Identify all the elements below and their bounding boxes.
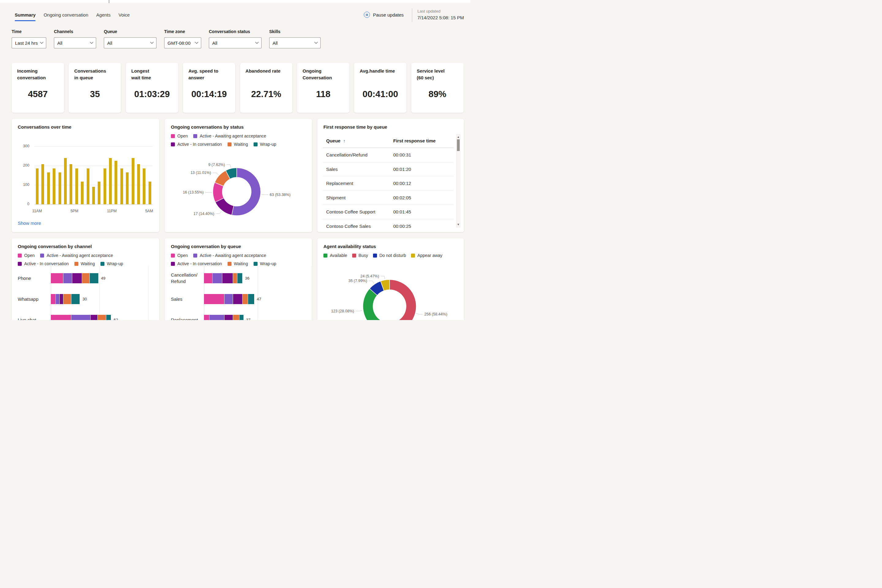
response-time-cell: 00:00:25 [393,224,411,229]
bar[interactable] [47,172,50,204]
bar-segment[interactable] [222,273,233,283]
bar-segment[interactable] [63,273,72,283]
bar-segment[interactable] [237,273,243,283]
bar-segment[interactable] [204,273,212,283]
bar-segment[interactable] [51,294,56,304]
kpi-value: 00:41:00 [354,89,406,99]
bar-segment[interactable] [98,315,106,320]
bar-segment[interactable] [204,315,209,320]
filter-value: All [57,40,63,46]
bar-segment[interactable] [60,294,63,304]
scroll-down-icon[interactable]: ▼︎ [457,222,460,226]
bar-segment[interactable] [72,273,82,283]
bar-segment[interactable] [91,315,97,320]
stacked-bar [204,294,255,304]
tab-summary[interactable]: Summary [15,12,36,21]
scroll-up-icon[interactable]: ▲︎ [457,135,460,139]
bar[interactable] [120,168,123,204]
chart-title: Agent availability status [323,243,376,250]
scrollbar-thumb[interactable] [457,140,460,151]
filter-dropdown[interactable]: All [104,38,156,48]
bar-segment[interactable] [56,294,59,304]
bar-segment[interactable] [233,294,243,304]
table-row[interactable]: Contoso Coffee Support00:01:45 [323,205,453,219]
column-header-first-response-time[interactable]: First response time [393,138,435,143]
bar[interactable] [75,168,78,204]
bar[interactable] [143,168,146,204]
tab-ongoing-conversation[interactable]: Ongoing conversation [44,12,88,21]
bar[interactable] [114,161,117,204]
bar-segment[interactable] [51,315,71,320]
bar[interactable] [41,164,44,204]
bar[interactable] [148,182,151,204]
bar[interactable] [126,172,129,204]
label-leader-line [416,314,423,315]
filter-dropdown[interactable]: All [209,38,261,48]
bar-segment[interactable] [204,294,224,304]
bar-segment[interactable] [243,294,248,304]
bar[interactable] [137,164,140,204]
bar-segment[interactable] [71,315,91,320]
omnichannel-dashboard: SummaryOngoing conversationAgentsVoice P… [0,0,470,320]
bar[interactable] [81,182,84,204]
filter-dropdown[interactable]: Last 24 hrs [12,38,46,48]
table-row[interactable]: Cancellation/Refund00:00:31 [323,148,453,162]
card-ongoing-by-status: Ongoing conversations by status OpenActi… [165,119,312,232]
legend-label: Active - Awaiting agent acceptance [46,253,113,258]
bar[interactable] [64,158,67,204]
bar-segment[interactable] [233,315,239,320]
stacked-bar [204,315,244,320]
category-label: Phone [18,275,51,282]
bar[interactable] [98,182,100,204]
response-time-cell: 00:02:05 [393,195,411,200]
bar[interactable] [132,158,135,204]
pause-updates-button[interactable]: Pause updates [364,12,404,18]
bar[interactable] [109,158,112,204]
bar[interactable] [104,168,106,204]
agent-donut-chart: 256 (58.44%)123 (28.08%)35 (7.99%)24 (5.… [317,265,464,320]
bar[interactable] [69,164,72,204]
show-more-link[interactable]: Show more [18,220,41,226]
bar-segment[interactable] [51,273,63,283]
legend-color-chip [323,254,327,258]
bar[interactable] [87,168,89,204]
bar-segment[interactable] [71,294,80,304]
tab-voice[interactable]: Voice [118,12,130,21]
table-row[interactable]: Sales00:01:20 [323,162,453,177]
table-row[interactable]: Shipment00:02:05 [323,191,453,205]
bar[interactable] [52,168,56,204]
last-updated-label: Last updated [417,9,464,14]
bar-segment[interactable] [225,294,233,304]
table-scrollbar[interactable]: ▲︎ ▼︎ [456,134,460,227]
column-header-queue[interactable]: Queue↑ [326,138,345,143]
bar-segment[interactable] [213,273,222,283]
bar[interactable] [92,187,95,204]
y-tick-label: 100 [18,183,29,187]
bar-segment[interactable] [90,273,98,283]
filter-dropdown[interactable]: GMT-08:00 [164,38,201,48]
bar-segment[interactable] [63,294,71,304]
x-tick-label: 11AM [32,209,42,213]
legend-item: Active - In conversation [171,261,222,266]
bar-segment[interactable] [248,294,254,304]
kpi-value: 35 [69,89,121,99]
bar-segment[interactable] [210,315,224,320]
tab-agents[interactable]: Agents [96,12,111,21]
table-row[interactable]: Contoso Coffee Sales00:00:25 [323,219,453,229]
filter-dropdown[interactable]: All [54,38,96,48]
kpi-title: Avg.handle time [360,68,395,74]
bar-segment[interactable] [225,315,233,320]
bar-segment[interactable] [106,315,111,320]
bar-segment[interactable] [240,315,243,320]
legend-color-chip [171,134,175,138]
y-tick-label: 200 [18,163,29,168]
category-row: Sales47 [171,288,308,309]
bar[interactable] [36,168,39,204]
bar-segment[interactable] [82,273,89,283]
bar[interactable] [58,172,61,204]
bar-segment[interactable] [233,273,237,283]
legend-label: Active - In conversation [24,261,69,266]
filter-dropdown[interactable]: All [269,38,321,48]
table-row[interactable]: Replacement00:00:12 [323,176,453,191]
legend-label: Active - Awaiting agent acceptance [200,253,266,258]
